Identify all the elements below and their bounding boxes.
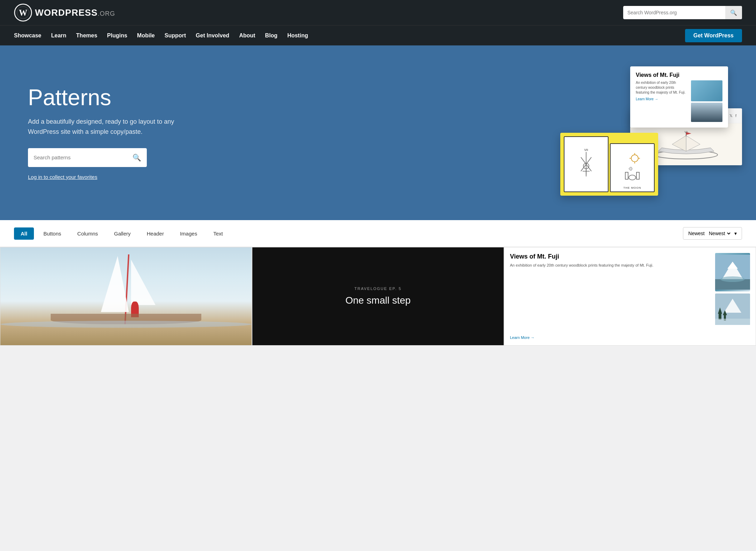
hero-subtitle: Add a beautifully designed, ready to go … — [28, 117, 189, 137]
top-bar: W WordPress.ORG 🔍 — [0, 0, 756, 25]
svg-point-27 — [720, 276, 745, 282]
get-wordpress-button[interactable]: Get WordPress — [685, 29, 742, 42]
filter-gallery[interactable]: Gallery — [107, 227, 137, 240]
svg-rect-22 — [636, 172, 639, 179]
hero-search-input[interactable] — [28, 154, 127, 160]
sailing-background — [0, 247, 252, 345]
filter-tabs: All Buttons Columns Gallery Header Image… — [14, 227, 230, 240]
wordpress-logo-icon: W — [14, 3, 32, 22]
nav-blog[interactable]: Blog — [265, 32, 278, 38]
filter-images[interactable]: Images — [173, 227, 204, 240]
travelogue-title-text: One small step — [345, 295, 411, 306]
fuji-card-title: Views of Mt. Fuji — [636, 72, 722, 78]
patterns-grid: TRAVELOGUE EP. 5 One small step Views of… — [0, 247, 756, 346]
fuji-preview-card: Views of Mt. Fuji An exhibition of early… — [630, 66, 728, 128]
nav-get-involved[interactable]: Get Involved — [196, 32, 229, 38]
svg-text:W: W — [19, 8, 27, 17]
top-search-button[interactable]: 🔍 — [725, 6, 742, 19]
logo-area[interactable]: W WordPress.ORG — [14, 3, 115, 22]
hero-search-bar[interactable]: 🔍 — [28, 148, 147, 167]
hero-search-button[interactable]: 🔍 — [127, 153, 147, 162]
facebook-icon: f — [735, 114, 736, 118]
top-search-bar[interactable]: 🔍 — [623, 6, 742, 19]
ship-illustration: VII — [651, 129, 721, 160]
nav-showcase[interactable]: Showcase — [14, 32, 41, 38]
nav-hosting[interactable]: Hosting — [287, 32, 308, 38]
fuji-pattern-title: Views of Mt. Fuji — [510, 253, 711, 260]
filter-text[interactable]: Text — [207, 227, 230, 240]
pattern-travelogue[interactable]: TRAVELOGUE EP. 5 One small step — [252, 247, 504, 346]
fuji-card-link[interactable]: Learn More → — [636, 97, 688, 101]
filter-buttons[interactable]: Buttons — [37, 227, 68, 240]
site-name: WordPress.ORG — [35, 7, 115, 18]
login-link[interactable]: Log in to collect your favorites — [28, 174, 97, 180]
nav-plugins[interactable]: Plugins — [107, 32, 127, 38]
pattern-fuji[interactable]: Views of Mt. Fuji An exhibition of early… — [504, 247, 756, 346]
travelogue-preview: TRAVELOGUE EP. 5 One small step — [252, 247, 504, 345]
sort-dropdown[interactable]: Newest Newest Oldest Popular ▾ — [683, 227, 742, 240]
moon-label: THE MOON — [623, 186, 641, 189]
hero-title: Patterns — [28, 85, 189, 110]
nav-mobile[interactable]: Mobile — [137, 32, 155, 38]
filter-bar: All Buttons Columns Gallery Header Image… — [0, 220, 756, 247]
travelogue-ep-label: TRAVELOGUE EP. 5 — [354, 287, 402, 291]
travelogue-background: TRAVELOGUE EP. 5 One small step — [252, 247, 504, 345]
svg-text:VII: VII — [584, 148, 588, 152]
nav-links: Showcase Learn Themes Plugins Mobile Sup… — [14, 32, 308, 39]
svg-rect-21 — [625, 172, 628, 179]
fuji-pattern-link[interactable]: Learn More → — [510, 335, 711, 340]
nav-learn[interactable]: Learn — [51, 32, 66, 38]
twitter-icon: 𝕏 — [729, 114, 733, 118]
tarot-preview-card: VII — [560, 133, 658, 196]
top-search-input[interactable] — [623, 10, 725, 15]
filter-all[interactable]: All — [14, 227, 34, 240]
svg-rect-34 — [715, 319, 750, 325]
fuji-hero-img-bottom — [691, 103, 722, 122]
main-nav: Showcase Learn Themes Plugins Mobile Sup… — [0, 25, 756, 45]
sailing-preview — [0, 247, 252, 345]
hero-images-collage: Views of Mt. Fuji An exhibition of early… — [560, 66, 742, 199]
fuji-preview: Views of Mt. Fuji An exhibition of early… — [504, 247, 756, 345]
tarot-card-1: VII — [564, 136, 609, 192]
nav-about[interactable]: About — [239, 32, 255, 38]
filter-header[interactable]: Header — [140, 227, 171, 240]
hero-section: Patterns Add a beautifully designed, rea… — [0, 45, 756, 220]
hero-content: Patterns Add a beautifully designed, rea… — [28, 85, 189, 180]
sort-select-input[interactable]: Newest Oldest Popular — [707, 230, 732, 237]
svg-text:VII: VII — [684, 130, 688, 133]
tarot-card-2: THE MOON — [610, 143, 655, 192]
fuji-pattern-desc: An exhibition of early 20th century wood… — [510, 262, 711, 333]
sort-label: Newest — [688, 231, 705, 236]
pattern-sailing[interactable] — [0, 247, 252, 346]
nav-support[interactable]: Support — [165, 32, 186, 38]
filter-columns[interactable]: Columns — [71, 227, 105, 240]
fuji-top-image — [715, 253, 750, 291]
fuji-card-desc: An exhibition of early 20th century wood… — [636, 80, 688, 95]
fuji-hero-img-top — [691, 80, 722, 101]
fuji-bottom-image — [715, 293, 750, 325]
chevron-down-icon: ▾ — [734, 231, 737, 236]
svg-point-20 — [629, 175, 636, 180]
nav-themes[interactable]: Themes — [76, 32, 97, 38]
svg-point-15 — [631, 155, 638, 162]
